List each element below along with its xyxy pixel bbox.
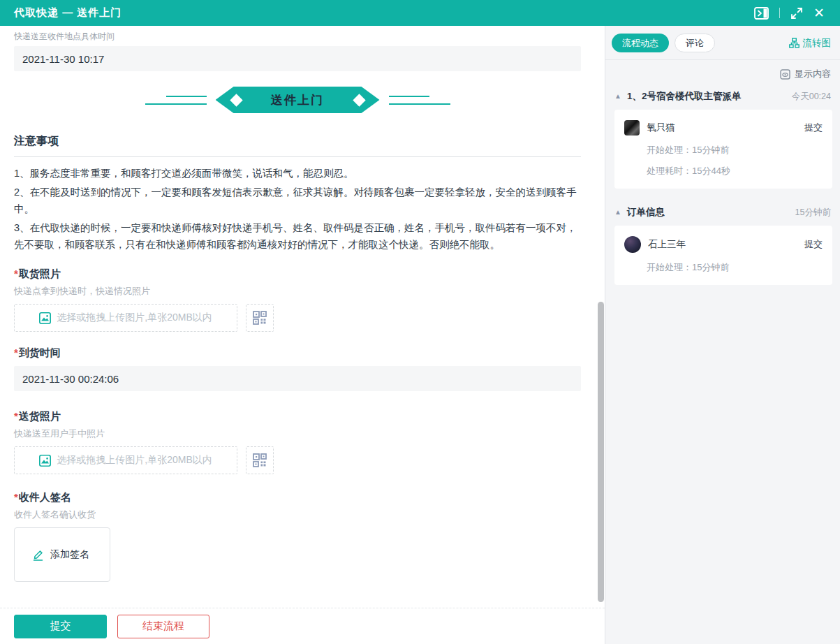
arrival-time-value: 2021-11-30 00:24:06 <box>22 373 119 385</box>
flowchart-label: 流转图 <box>803 37 832 50</box>
entry-action: 提交 <box>804 238 823 251</box>
delivery-time-value: 2021-11-30 10:17 <box>22 53 104 65</box>
sidebar-tabs: 流程动态 评论 流转图 <box>605 26 840 59</box>
show-content-toggle[interactable]: 显示内容 <box>605 60 840 83</box>
section-time: 今天00:24 <box>792 91 831 103</box>
pickup-photo-qr-button[interactable] <box>246 304 274 332</box>
panel-toggle-icon[interactable] <box>754 7 769 20</box>
stage-banner: 送件上门 <box>14 83 581 117</box>
activity-sidebar: 流程动态 评论 流转图 显示内容 <box>605 26 840 644</box>
form-scroll-area: 快递送至收件地点具体时间 2021-11-30 10:17 送件上门 <box>0 26 605 608</box>
section-title: 订单信息 <box>627 206 665 219</box>
flowchart-link[interactable]: 流转图 <box>789 37 832 50</box>
tab-process-activity[interactable]: 流程动态 <box>612 34 669 52</box>
delivery-time-field: 2021-11-30 10:17 <box>14 46 581 71</box>
upload-placeholder: 选择或拖拽上传图片,单张20MB以内 <box>57 454 212 467</box>
signature-block: *收件人签名 收件人签名确认收货 添加签名 <box>14 491 581 582</box>
delivery-photo-upload[interactable]: 选择或拖拽上传图片,单张20MB以内 <box>14 446 237 474</box>
pickup-photo-label: *取货照片 <box>14 268 581 281</box>
pickup-photo-help: 快递点拿到快递时，快递情况照片 <box>14 285 581 298</box>
expand-icon[interactable] <box>790 7 803 20</box>
notice-title: 注意事项 <box>14 134 581 157</box>
signature-help: 收件人签名确认收货 <box>14 508 581 521</box>
titlebar-divider <box>779 8 780 18</box>
upload-placeholder: 选择或拖拽上传图片,单张20MB以内 <box>57 312 212 324</box>
banner-deco-right <box>389 96 452 105</box>
image-icon <box>39 455 51 467</box>
diamond-icon <box>230 94 242 106</box>
section-time: 15分钟前 <box>795 207 831 219</box>
timeline-section-header: ▲ 1、2号宿舍楼代取主管派单 今天00:24 <box>605 83 840 108</box>
show-content-label: 显示内容 <box>795 68 831 80</box>
entry-action: 提交 <box>804 122 823 134</box>
delivery-time-label: 快递送至收件地点具体时间 <box>14 31 581 43</box>
collapse-caret-icon[interactable]: ▲ <box>614 93 621 100</box>
end-process-button[interactable]: 结束流程 <box>117 615 209 638</box>
pen-icon <box>32 549 44 561</box>
entry-header: 氧只猫 提交 <box>624 120 823 136</box>
banner-deco-left <box>144 96 207 105</box>
avatar <box>624 120 640 136</box>
avatar <box>624 236 641 253</box>
qr-code-icon <box>253 311 267 325</box>
add-signature-button[interactable]: 添加签名 <box>14 527 110 582</box>
timeline-section-header: ▲ 订单信息 15分钟前 <box>605 199 840 224</box>
notice-body: 1、服务态度非常重要，和顾客打交道必须面带微笑，说话和气，能忍则忍。 2、在不能… <box>14 165 581 253</box>
arrival-time-block: *到货时间 2021-11-30 00:24:06 <box>14 346 581 391</box>
add-signature-label: 添加签名 <box>50 548 89 561</box>
delivery-photo-block: *送货照片 快递送至用户手中照片 选择或拖拽上传图片,单张20MB以内 <box>14 410 581 474</box>
timeline-card: 氧只猫 提交 开始处理：15分钟前 处理耗时：15分44秒 <box>614 110 832 189</box>
timeline-card: 石上三年 提交 开始处理：15分钟前 <box>614 226 832 285</box>
entry-header: 石上三年 提交 <box>624 236 823 253</box>
workflow-detail-window: 代取快递 — 送件上门 ✕ <box>0 0 840 644</box>
qr-code-icon <box>253 453 267 467</box>
vertical-scrollbar[interactable] <box>598 302 604 602</box>
titlebar-actions: ✕ <box>754 6 825 20</box>
signature-label: *收件人签名 <box>14 491 581 504</box>
entry-user-name: 氧只猫 <box>647 122 675 134</box>
notice-paragraph: 2、在不能及时送到的情况下，一定要和顾客发短信表示歉意，征求其谅解。对待顾客包裹… <box>14 184 581 217</box>
delivery-photo-qr-button[interactable] <box>246 446 274 474</box>
notice-paragraph: 3、在代取快递的时候，一定要和快递师傅核对好快递手机号、姓名、取件码是否正确，姓… <box>14 219 581 253</box>
arrival-time-label: *到货时间 <box>14 346 581 360</box>
entry-detail: 处理耗时：15分44秒 <box>647 165 823 177</box>
pickup-photo-upload[interactable]: 选择或拖拽上传图片,单张20MB以内 <box>14 304 237 332</box>
page-title: 代取快递 — 送件上门 <box>14 6 121 20</box>
entry-detail: 开始处理：15分钟前 <box>647 144 823 156</box>
stage-hexagon: 送件上门 <box>216 87 380 113</box>
image-icon <box>39 312 51 324</box>
section-title: 1、2号宿舍楼代取主管派单 <box>627 90 742 103</box>
entry-user-name: 石上三年 <box>648 238 686 251</box>
show-content-icon <box>780 69 790 80</box>
diamond-icon <box>353 94 365 106</box>
delivery-photo-label: *送货照片 <box>14 410 581 423</box>
entry-detail: 开始处理：15分钟前 <box>647 261 823 274</box>
sitemap-icon <box>789 38 800 48</box>
pickup-photo-block: *取货照片 快递点拿到快递时，快递情况照片 选择或拖拽上传图片,单张20MB以内 <box>14 268 581 332</box>
tab-comments[interactable]: 评论 <box>675 34 715 52</box>
form-panel: 快递送至收件地点具体时间 2021-11-30 10:17 送件上门 <box>0 26 605 644</box>
notice-paragraph: 1、服务态度非常重要，和顾客打交道必须面带微笑，说话和气，能忍则忍。 <box>14 165 581 182</box>
arrival-time-field: 2021-11-30 00:24:06 <box>14 366 581 391</box>
required-mark: * <box>14 268 18 279</box>
submit-button[interactable]: 提交 <box>14 615 107 638</box>
stage-name: 送件上门 <box>271 92 324 108</box>
delivery-photo-help: 快递送至用户手中照片 <box>14 427 581 440</box>
titlebar: 代取快递 — 送件上门 ✕ <box>0 0 840 26</box>
close-icon[interactable]: ✕ <box>813 6 825 20</box>
form-footer: 提交 结束流程 <box>0 608 605 644</box>
collapse-caret-icon[interactable]: ▲ <box>614 209 621 216</box>
